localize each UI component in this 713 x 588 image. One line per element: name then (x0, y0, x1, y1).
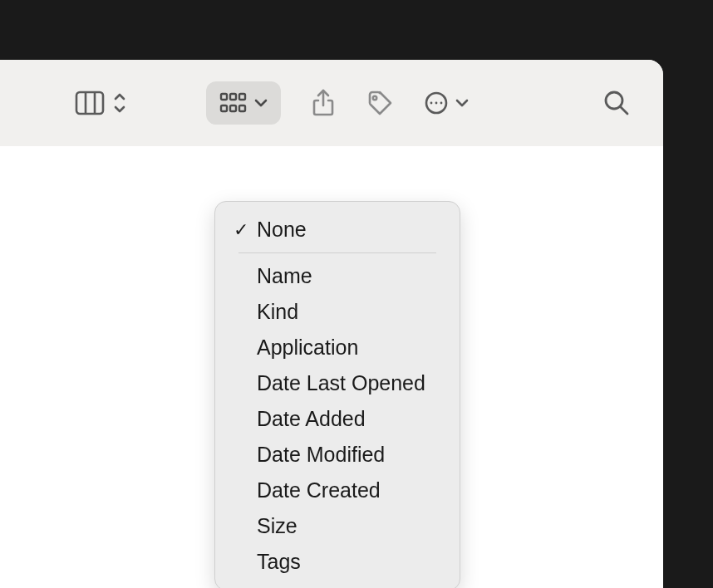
tag-button[interactable] (366, 89, 394, 117)
menu-item-tags[interactable]: Tags (215, 544, 460, 580)
menu-item-label: None (257, 218, 307, 242)
menu-item-label: Kind (257, 300, 298, 324)
svg-rect-7 (230, 105, 236, 111)
menu-item-date-created[interactable]: Date Created (215, 473, 460, 508)
menu-item-date-added[interactable]: Date Added (215, 401, 460, 437)
svg-point-14 (440, 102, 443, 105)
columns-view-icon (75, 91, 105, 115)
svg-point-12 (430, 102, 433, 105)
menu-item-label: Date Added (257, 407, 366, 431)
checkmark-icon: ✓ (234, 219, 250, 241)
group-by-button[interactable] (206, 81, 281, 125)
menu-item-kind[interactable]: Kind (215, 294, 460, 330)
svg-rect-5 (239, 94, 245, 100)
menu-item-label: Application (257, 336, 358, 360)
view-switcher[interactable] (75, 91, 126, 115)
svg-rect-6 (221, 105, 227, 111)
menu-item-label: Size (257, 514, 297, 538)
svg-rect-4 (230, 94, 236, 100)
svg-rect-3 (221, 94, 227, 100)
share-button[interactable] (311, 88, 336, 118)
more-button[interactable] (424, 91, 469, 115)
svg-rect-8 (239, 105, 245, 111)
group-by-menu: ✓ None Name Kind Application Date Last O… (214, 201, 460, 588)
svg-point-10 (373, 96, 376, 100)
menu-separator (238, 252, 436, 253)
toolbar (0, 60, 663, 146)
sort-arrows-icon (113, 91, 126, 115)
menu-item-none[interactable]: ✓ None (215, 212, 460, 247)
menu-item-name[interactable]: Name (215, 258, 460, 294)
svg-rect-0 (76, 92, 103, 114)
menu-item-application[interactable]: Application (215, 330, 460, 365)
menu-item-label: Date Last Opened (257, 371, 425, 395)
svg-point-13 (435, 102, 438, 105)
svg-point-15 (606, 92, 622, 109)
search-button[interactable] (603, 90, 630, 116)
chevron-down-icon (455, 98, 469, 108)
menu-item-label: Date Created (257, 478, 381, 502)
menu-item-label: Tags (257, 550, 301, 574)
group-icon (219, 91, 248, 115)
svg-line-16 (621, 107, 627, 114)
menu-item-size[interactable]: Size (215, 508, 460, 544)
menu-item-label: Date Modified (257, 443, 385, 467)
chevron-down-icon (254, 98, 268, 108)
menu-item-date-modified[interactable]: Date Modified (215, 437, 460, 473)
menu-item-date-last-opened[interactable]: Date Last Opened (215, 365, 460, 401)
finder-window: ✓ None Name Kind Application Date Last O… (0, 60, 663, 588)
menu-item-label: Name (257, 264, 312, 288)
